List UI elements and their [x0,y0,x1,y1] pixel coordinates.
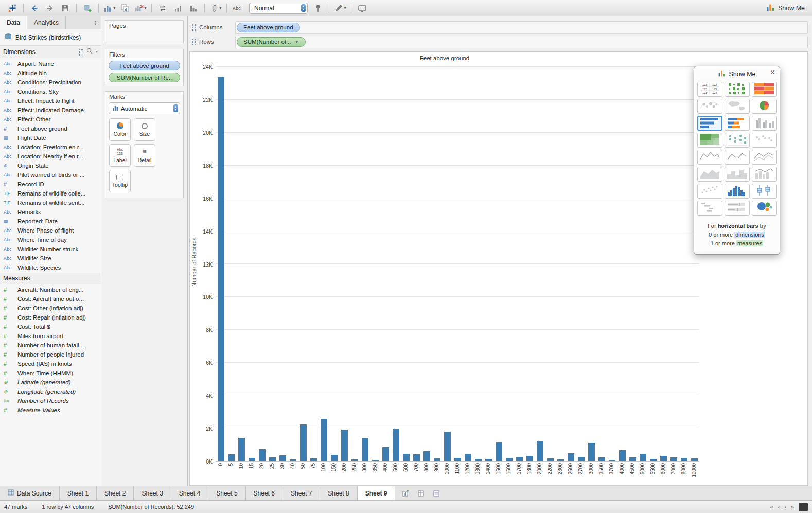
new-story-button[interactable] [429,489,444,497]
show-mark-labels-button[interactable]: Abc [231,2,246,14]
field-remarks[interactable]: AbcRemarks [0,207,101,217]
field-airport-name[interactable]: AbcAirport: Name [0,59,101,68]
field-flight-date[interactable]: ▦Flight Date [0,133,101,143]
next-sheet-icon[interactable]: › [784,504,786,510]
rows-pill-sum-number-of-records[interactable]: SUM(Number of ..▼ [237,37,306,47]
bar-1400[interactable] [485,459,492,461]
showme-packed-bubbles-button[interactable] [752,201,777,216]
field-number-of-records[interactable]: #=Number of Records [0,396,101,405]
showme-symbol-map-button[interactable] [697,99,722,114]
swap-rows-columns-button[interactable] [155,2,170,14]
tab-sheet-6[interactable]: Sheet 6 [246,486,283,500]
bar-40[interactable] [290,459,296,461]
field-reported-date[interactable]: ▦Reported: Date [0,217,101,226]
field-cost-repair-inflation-adj[interactable]: #Cost: Repair (inflation adj) [0,313,101,322]
field-wildlife-number-struck[interactable]: AbcWildlife: Number struck [0,244,101,254]
filter-pill-feet-above-ground[interactable]: Feet above ground [109,61,180,70]
showme-discrete-lines-button[interactable] [725,150,750,165]
field-effect-impact-to-flight[interactable]: AbcEffect: Impact to flight [0,96,101,105]
redo-button[interactable] [43,2,57,14]
bar-250[interactable] [351,459,358,461]
field-wildlife-species[interactable]: AbcWildlife: Species [0,263,101,272]
field-record-id[interactable]: #Record ID [0,180,101,189]
bar-20[interactable] [259,449,266,461]
showme-scatter-plot-button[interactable] [697,184,722,199]
filters-shelf[interactable]: Feet above ground SUM(Number of Re.. [105,59,183,86]
bar-500[interactable] [393,429,399,461]
field-remains-of-wildlife-colle[interactable]: T|FRemains of wildlife colle... [0,189,101,198]
tab-sheet-2[interactable]: Sheet 2 [97,486,134,500]
bar-10[interactable] [238,438,245,461]
showme-side-by-side-circles-button[interactable] [752,133,777,148]
showme-filled-map-button[interactable] [725,99,750,114]
field-latitude-generated[interactable]: ⊕Latitude (generated) [0,378,101,387]
bar-700[interactable] [413,454,420,461]
bar-1000[interactable] [444,432,451,461]
bar-1300[interactable] [475,459,482,461]
showme-horizontal-bars-button[interactable] [697,116,722,131]
showme-highlight-table-button[interactable] [752,82,777,97]
field-effect-indicated-damage[interactable]: AbcEffect: Indicated Damage [0,105,101,115]
add-datasource-button[interactable] [80,2,95,14]
showme-gantt-button[interactable] [697,201,722,216]
bar-800[interactable] [423,451,430,461]
tab-sheet-9[interactable]: Sheet 9 [358,486,396,500]
label-button[interactable]: Abc123Label [109,144,131,167]
fit-selector[interactable]: Normal▲▼ [249,3,308,14]
tab-sheet-5[interactable]: Sheet 5 [208,486,245,500]
tab-analytics[interactable]: Analytics [27,16,66,29]
bar-2700[interactable] [578,457,585,461]
pane-control-icon[interactable]: ⇕ [91,16,101,29]
bar-1200[interactable] [465,454,471,461]
field-feet-above-ground[interactable]: #Feet above ground [0,124,101,133]
bar-2300[interactable] [557,459,564,461]
first-sheet-icon[interactable]: « [770,504,773,510]
bar-1700[interactable] [516,457,523,461]
tab-data-source[interactable]: Data Source [0,486,60,500]
previous-sheet-icon[interactable]: ‹ [778,504,780,510]
detail-button[interactable]: ≡Detail [134,144,155,167]
field-speed-ias-in-knots[interactable]: #Speed (IAS) in knots [0,359,101,368]
bar-3000[interactable] [588,443,595,461]
bar-1600[interactable] [506,458,513,461]
bar-3700[interactable] [609,460,615,461]
new-dashboard-button[interactable] [414,489,428,497]
showme-treemap-button[interactable] [697,133,722,148]
datasource-row[interactable]: Bird Strikes (birdstrikes) [0,29,101,46]
field-cost-total[interactable]: #Cost: Total $ [0,322,101,331]
showme-side-by-side-bars-button[interactable] [752,116,777,131]
bar-100[interactable] [321,419,327,461]
bar-0[interactable] [218,77,224,461]
showme-pie-chart-button[interactable] [752,99,777,114]
showme-dual-lines-button[interactable] [752,150,777,165]
tab-sheet-7[interactable]: Sheet 7 [283,486,320,500]
sort-ascending-button[interactable] [171,2,185,14]
last-sheet-icon[interactable]: » [791,504,794,510]
filter-pill-sum-number-of-records[interactable]: SUM(Number of Re.. [109,73,180,82]
showme-dual-combination-button[interactable] [752,167,777,182]
bar-75[interactable] [310,458,317,461]
showme-bullet-graph-button[interactable] [725,201,750,216]
bar-5[interactable] [228,454,235,461]
mark-type-dropdown[interactable]: Automatic ▲▼ [109,102,180,114]
showme-heat-map-button[interactable] [725,82,750,97]
search-icon[interactable] [86,47,93,56]
view-as-grid-icon[interactable] [78,48,83,56]
bar-4000[interactable] [619,450,626,461]
field-conditions-sky[interactable]: AbcConditions: Sky [0,87,101,96]
field-miles-from-airport[interactable]: #Miles from airport [0,331,101,341]
bar-10000[interactable] [691,458,698,461]
field-aircraft-number-of-eng[interactable]: #Aircraft: Number of eng... [0,285,101,294]
bar-900[interactable] [434,458,440,461]
close-icon[interactable]: ✕ [770,68,775,76]
field-origin-state[interactable]: ⊕Origin State [0,161,101,170]
field-when-time-hhmm[interactable]: #When: Time (HHMM) [0,368,101,378]
bar-2000[interactable] [537,441,543,461]
show-me-toolbar-button[interactable]: Show Me [766,3,807,13]
tab-data[interactable]: Data [0,16,27,29]
bar-1800[interactable] [526,456,533,461]
bar-300[interactable] [362,438,368,461]
field-pilot-warned-of-birds-or[interactable]: AbcPilot warned of birds or ... [0,170,101,180]
bar-8000[interactable] [681,458,687,461]
field-cost-aircraft-time-out-o[interactable]: #Cost: Aircraft time out o... [0,294,101,304]
